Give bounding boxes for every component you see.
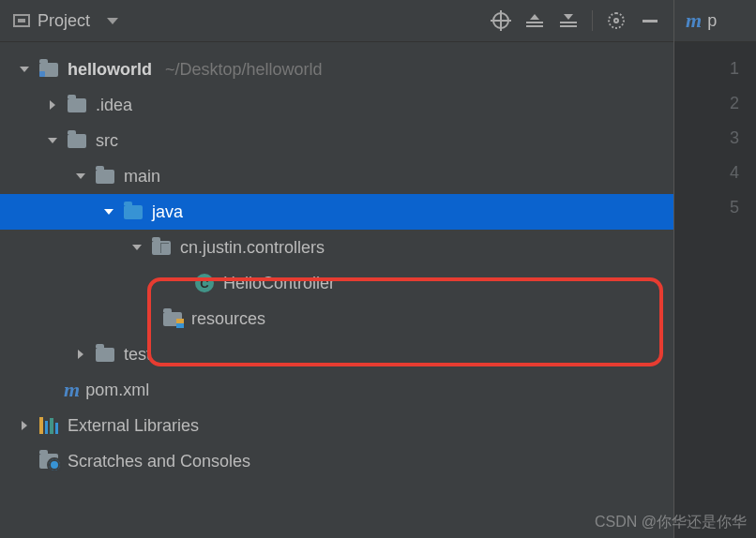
editor-area: m p 1 2 3 4 5 (673, 0, 756, 538)
folder-icon (68, 134, 86, 148)
tree-node-idea[interactable]: .idea (0, 87, 673, 123)
divider (592, 10, 593, 31)
project-view-icon (13, 14, 30, 27)
module-folder-icon (39, 63, 58, 77)
chevron-right-icon (50, 100, 55, 110)
chevron-right-icon (22, 421, 27, 430)
tree-node-root[interactable]: helloworld ~/Desktop/helloworld (0, 52, 673, 87)
collapse-icon (560, 14, 577, 27)
chevron-right-icon (78, 350, 83, 359)
line-number: 4 (674, 156, 756, 190)
scratches-icon (39, 454, 58, 469)
chevron-down-icon (132, 245, 142, 250)
tree-node-test[interactable]: test (0, 336, 673, 372)
tree-label: java (152, 202, 183, 222)
project-toolbar: Project (0, 0, 673, 42)
tree-label: resources (191, 309, 265, 329)
project-tree: helloworld ~/Desktop/helloworld .idea sr… (0, 42, 673, 538)
view-selector[interactable]: Project (13, 11, 481, 31)
package-icon (152, 241, 171, 255)
tree-node-main[interactable]: main (0, 158, 673, 194)
class-icon: C (195, 274, 214, 292)
line-number: 1 (674, 52, 756, 86)
tree-label: test (124, 345, 151, 365)
tree-node-pom[interactable]: m pom.xml (0, 372, 673, 408)
collapse-all-button[interactable] (558, 10, 579, 31)
editor-tab-label: p (707, 11, 717, 31)
folder-icon (96, 170, 114, 184)
tree-node-scratches[interactable]: Scratches and Consoles (0, 443, 673, 479)
chevron-down-icon (107, 18, 118, 24)
chevron-down-icon (104, 209, 113, 215)
tree-node-src[interactable]: src (0, 123, 673, 158)
tree-label: cn.justin.controllers (180, 238, 325, 258)
chevron-down-icon (76, 173, 85, 179)
chevron-down-icon (48, 138, 57, 143)
project-label: Project (38, 11, 90, 31)
maven-file-icon: m (686, 8, 702, 33)
maven-file-icon: m (64, 378, 80, 402)
tree-label: .idea (96, 96, 132, 115)
gear-icon (608, 12, 625, 29)
expand-all-button[interactable] (524, 10, 545, 31)
tree-label: pom.xml (85, 381, 149, 400)
folder-icon (96, 348, 114, 362)
expand-icon (526, 14, 543, 27)
resources-folder-icon (163, 312, 182, 326)
hide-button[interactable] (640, 10, 660, 31)
tree-label: main (124, 167, 160, 187)
line-number: 2 (674, 86, 756, 121)
tree-node-package[interactable]: cn.justin.controllers (0, 230, 673, 265)
tree-label: src (96, 131, 118, 151)
libraries-icon (39, 417, 58, 434)
tree-label: HelloController (223, 274, 335, 293)
editor-tab[interactable]: m p (674, 0, 756, 42)
tree-node-java[interactable]: java (0, 194, 673, 230)
chevron-down-icon (20, 67, 29, 72)
line-number: 3 (674, 121, 756, 156)
tree-label: Scratches and Consoles (68, 452, 250, 471)
select-opened-file-button[interactable] (491, 10, 511, 31)
settings-button[interactable] (606, 10, 627, 31)
tree-node-class[interactable]: C HelloController (0, 265, 673, 301)
tree-path: ~/Desktop/helloworld (165, 60, 323, 80)
tree-node-resources[interactable]: resources (0, 301, 673, 336)
line-number: 5 (674, 190, 756, 225)
minimize-icon (643, 20, 658, 22)
tree-label: helloworld (68, 60, 152, 80)
tree-node-external-libraries[interactable]: External Libraries (0, 408, 673, 443)
folder-icon (68, 98, 86, 112)
source-folder-icon (124, 205, 143, 219)
editor-gutter: 1 2 3 4 5 (674, 42, 756, 225)
target-icon (492, 12, 509, 29)
tree-label: External Libraries (68, 416, 199, 436)
